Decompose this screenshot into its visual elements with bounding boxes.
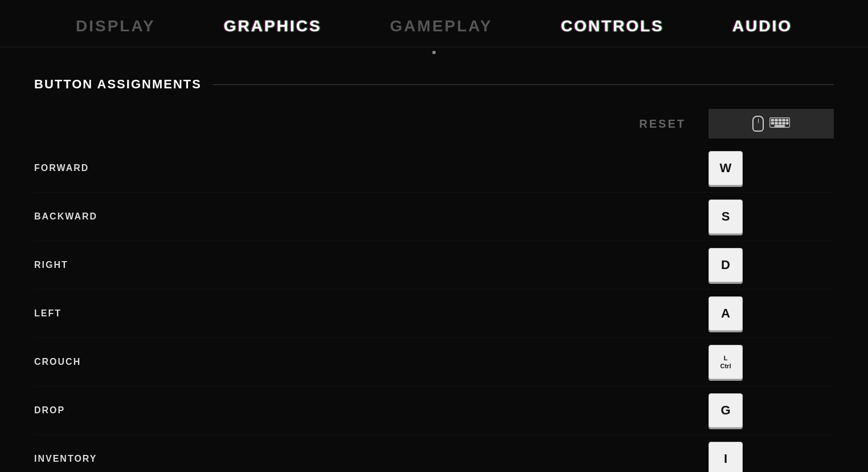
content-area: BUTTON ASSIGNMENTS RESET xyxy=(0,54,868,472)
key-box-left[interactable]: A xyxy=(709,296,743,331)
control-row-right: RIGHTD xyxy=(34,241,834,290)
key-box-crouch[interactable]: LCtrl xyxy=(709,345,743,379)
nav-dot xyxy=(432,51,436,54)
controls-list: FORWARDWBACKWARDSRIGHTDLEFTACROUCHLCtrlD… xyxy=(34,144,834,472)
tab-display[interactable]: DISPLAY xyxy=(76,17,155,35)
key-box-backward[interactable]: S xyxy=(709,200,743,234)
control-label-drop: DROP xyxy=(34,405,148,416)
control-label-left: LEFT xyxy=(34,308,148,319)
svg-rect-4 xyxy=(783,119,785,121)
svg-rect-11 xyxy=(775,125,785,127)
key-box-forward[interactable]: W xyxy=(709,151,743,185)
reset-row: RESET xyxy=(34,109,834,139)
tab-gameplay[interactable]: GAMEPLAY xyxy=(390,17,493,35)
input-mode-selector[interactable] xyxy=(709,109,834,139)
tab-controls[interactable]: CONTROLS xyxy=(561,17,664,35)
control-row-forward: FORWARDW xyxy=(34,144,834,193)
control-row-backward: BACKWARDS xyxy=(34,193,834,241)
control-label-forward: FORWARD xyxy=(34,163,148,173)
control-label-backward: BACKWARD xyxy=(34,211,148,222)
mouse-icon xyxy=(752,116,764,132)
svg-rect-10 xyxy=(786,122,788,124)
control-row-crouch: CROUCHLCtrl xyxy=(34,338,834,386)
nav-tabs: DISPLAY GRAPHICS GAMEPLAY CONTROLS AUDIO xyxy=(0,0,868,47)
svg-rect-8 xyxy=(779,122,781,124)
control-row-inventory: INVENTORYI xyxy=(34,435,834,472)
control-label-crouch: CROUCH xyxy=(34,357,148,367)
svg-rect-5 xyxy=(786,119,788,121)
keyboard-icon xyxy=(769,117,790,130)
key-box-drop[interactable]: G xyxy=(709,393,743,428)
key-box-right[interactable]: D xyxy=(709,248,743,282)
svg-rect-9 xyxy=(783,122,785,124)
svg-rect-6 xyxy=(771,122,774,124)
svg-rect-3 xyxy=(779,119,781,121)
tab-graphics[interactable]: GRAPHICS xyxy=(224,17,322,35)
control-row-left: LEFTA xyxy=(34,290,834,338)
nav-indicator xyxy=(0,47,868,54)
tab-audio[interactable]: AUDIO xyxy=(732,17,792,35)
control-label-inventory: INVENTORY xyxy=(34,454,148,464)
section-header: BUTTON ASSIGNMENTS xyxy=(34,77,834,92)
section-divider xyxy=(213,84,834,85)
key-box-inventory[interactable]: I xyxy=(709,442,743,472)
control-label-right: RIGHT xyxy=(34,260,148,270)
svg-rect-1 xyxy=(771,119,774,121)
svg-rect-7 xyxy=(775,122,778,124)
svg-rect-2 xyxy=(775,119,778,121)
control-row-drop: DROPG xyxy=(34,386,834,435)
reset-button[interactable]: RESET xyxy=(639,117,686,131)
section-title: BUTTON ASSIGNMENTS xyxy=(34,77,202,92)
